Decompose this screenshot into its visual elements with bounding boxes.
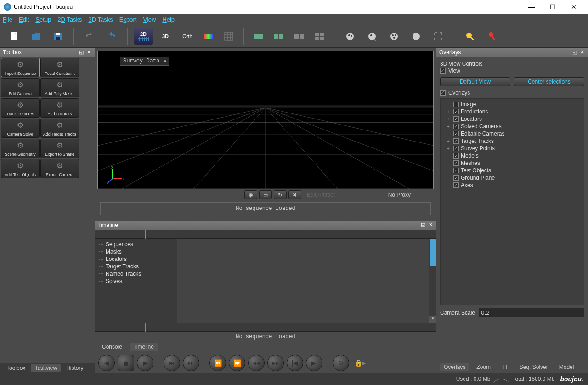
overlays-tab-tt[interactable]: TT	[498, 363, 512, 371]
overlay-item-locators[interactable]: +✓Locators	[442, 115, 582, 123]
thumb3-icon[interactable]	[291, 28, 307, 45]
marker-red-icon[interactable]	[483, 28, 501, 45]
view-orth-button[interactable]: Orth	[178, 28, 197, 45]
timeline-item-named-tracks[interactable]: Named Tracks	[98, 270, 174, 277]
overlays-close-icon[interactable]: ✕	[579, 49, 585, 56]
maximize-button[interactable]: ☐	[542, 0, 563, 14]
open-file-icon[interactable]	[27, 28, 45, 45]
overlays-tab-model[interactable]: Model	[555, 363, 578, 371]
toolbox-tab-taskview[interactable]: Taskview	[31, 364, 61, 372]
minimize-button[interactable]: —	[521, 0, 542, 14]
tool-add-locators[interactable]: ⚙Add Locators	[40, 98, 79, 118]
viewport-3d[interactable]: Survey Data x y z	[97, 51, 434, 189]
fullscreen-icon[interactable]	[429, 28, 447, 45]
view-2d-button[interactable]: 2D	[134, 28, 153, 45]
timeline-ruler-bottom[interactable]	[95, 323, 436, 332]
menu-view[interactable]: View	[143, 16, 156, 23]
overlay-item-image[interactable]: Image	[442, 101, 582, 108]
timeline-tree[interactable]: SequencesMasksLocatorsTarget TracksNamed…	[95, 239, 177, 323]
viewport-mode-dropdown[interactable]: Survey Data	[120, 57, 169, 66]
grid-icon[interactable]	[220, 28, 237, 45]
timeline-item-masks[interactable]: Masks	[98, 248, 174, 255]
overlay-item-predictions[interactable]: +✓Predictions	[442, 108, 582, 115]
redo-icon[interactable]	[102, 28, 121, 45]
timeline-ruler[interactable]	[95, 230, 436, 239]
play-rev-button[interactable]: ◀	[98, 355, 115, 371]
overlays-tab-overlays[interactable]: Overlays	[440, 363, 469, 371]
toolbox-tab-history[interactable]: History	[62, 364, 87, 372]
tool-edit-camera[interactable]: ⚙Edit Camera	[1, 78, 40, 97]
tool-camera-solve[interactable]: ⚙Camera Solve	[1, 119, 40, 138]
overlay-item-solved-cameras[interactable]: +✓Solved Cameras	[442, 123, 582, 130]
overlay-item-survey-points[interactable]: +✓Survey Points	[442, 145, 582, 152]
tool-export-camera[interactable]: ⚙Export Camera	[40, 159, 79, 178]
overlays-checkbox[interactable]: ✓	[440, 90, 446, 96]
key-fwd-button[interactable]: ▸▸	[267, 355, 284, 371]
overlays-tree[interactable]: Image+✓Predictions+✓Locators+✓Solved Cam…	[440, 98, 584, 305]
overlay-item-ground-plane[interactable]: ✓Ground Plane	[442, 174, 582, 181]
camera-scale-input[interactable]	[479, 308, 584, 317]
overlay-item-models[interactable]: ✓Models	[442, 152, 582, 159]
toolbox-dock-icon[interactable]: ◱	[78, 49, 85, 56]
view-checkbox[interactable]: ✓	[440, 68, 446, 74]
thumb2-icon[interactable]	[271, 28, 287, 45]
timeline-item-sequences[interactable]: Sequences	[98, 241, 174, 248]
new-file-icon[interactable]	[5, 28, 23, 45]
timeline-tab-timeline[interactable]: Timeline	[130, 343, 158, 351]
timeline-canvas[interactable]	[177, 239, 429, 323]
marker-yellow-icon[interactable]	[461, 28, 479, 45]
toolbox-close-icon[interactable]: ✕	[85, 49, 92, 56]
tool-track-features[interactable]: ⚙Track Features	[1, 98, 40, 118]
camera2-icon[interactable]	[363, 28, 381, 45]
timeline-tab-console[interactable]: Console	[98, 343, 126, 351]
range-fwd-button[interactable]: ▶|	[306, 355, 322, 371]
lock-button[interactable]: 🔒▸	[352, 355, 368, 371]
menu-edit[interactable]: Edit	[19, 16, 29, 23]
timeline-dock-icon[interactable]: ◱	[420, 222, 426, 228]
timeline-scrollbar[interactable]: ▾	[429, 239, 436, 323]
tool-import-sequence[interactable]: ⚙Import Sequence	[1, 58, 40, 77]
camera4-icon[interactable]	[407, 28, 425, 45]
tool-add-poly-masks[interactable]: ⚙Add Poly Masks	[40, 78, 79, 97]
menu-setup[interactable]: Setup	[35, 16, 51, 23]
close-button[interactable]: ✕	[563, 0, 584, 14]
menu-help[interactable]: Help	[162, 16, 175, 23]
menu-2d-tasks[interactable]: 2D Tasks	[57, 16, 82, 23]
overlay-item-target-tracks[interactable]: +✓Target Tracks	[442, 137, 582, 145]
center-selections-button[interactable]: Center selections	[514, 77, 584, 86]
play-fwd-button[interactable]: ▶	[137, 355, 153, 371]
timeline-close-icon[interactable]: ✕	[427, 222, 434, 228]
default-view-button[interactable]: Default View	[440, 77, 510, 86]
timeline-item-solves[interactable]: Solves	[98, 277, 174, 285]
toolbox-tab-toolbox[interactable]: Toolbox	[3, 364, 29, 372]
vp-refresh-icon[interactable]: ↻	[274, 190, 287, 199]
vp-eye-icon[interactable]: ◉	[244, 190, 257, 199]
stop-button[interactable]: ◼	[118, 355, 134, 371]
gradient-icon[interactable]	[200, 28, 217, 45]
undo-icon[interactable]	[80, 28, 99, 45]
tool-scene-geometry[interactable]: ⚙Scene Geometry	[1, 139, 40, 158]
loop-button[interactable]: ↻	[333, 355, 349, 371]
menu-file[interactable]: File	[3, 16, 12, 23]
thumb4-icon[interactable]	[311, 28, 328, 45]
overlays-dock-icon[interactable]: ◱	[571, 49, 578, 56]
key-rev-button[interactable]: ◂◂	[248, 355, 265, 371]
thumb1-icon[interactable]	[250, 28, 267, 45]
overlay-item-editable-cameras[interactable]: ✓Editable Cameras	[442, 130, 582, 137]
tool-add-test-objects[interactable]: ⚙Add Test Objects	[1, 159, 40, 178]
timeline-item-target-tracks[interactable]: Target Tracks	[98, 263, 174, 270]
overlay-item-test-objects[interactable]: ✓Test Objects	[442, 167, 582, 174]
vp-x-icon[interactable]: ✖	[288, 190, 301, 199]
menu-3d-tasks[interactable]: 3D Tasks	[89, 16, 113, 23]
step-rev-button[interactable]: ⏮	[164, 355, 180, 371]
step-fwd-button[interactable]: ⏭	[183, 355, 199, 371]
overlay-item-meshes[interactable]: ✓Meshes	[442, 159, 582, 167]
overlay-item-axes[interactable]: ✓Axes	[442, 181, 582, 189]
overlays-tab-zoom[interactable]: Zoom	[473, 363, 494, 371]
save-file-icon[interactable]	[49, 28, 67, 45]
range-rev-button[interactable]: |◀	[287, 355, 303, 371]
menu-export[interactable]: Export	[119, 16, 137, 23]
vp-rect-icon[interactable]: ▭	[259, 190, 272, 199]
skip-fwd-button[interactable]: ⏩	[229, 355, 245, 371]
timeline-item-locators[interactable]: Locators	[98, 255, 174, 263]
